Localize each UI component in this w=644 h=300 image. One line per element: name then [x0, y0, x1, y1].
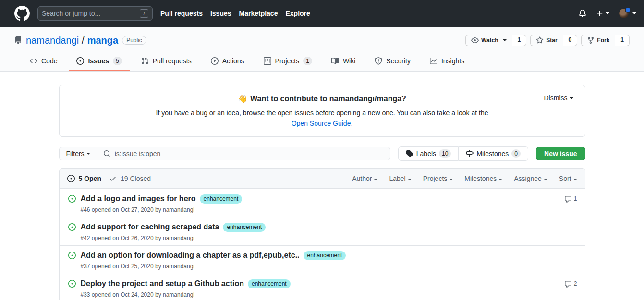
tab-security-label: Security [386, 57, 411, 65]
star-button[interactable]: Star [530, 35, 563, 46]
project-board-icon [264, 57, 271, 65]
shield-icon [375, 57, 382, 65]
tab-projects[interactable]: Projects 1 [256, 53, 320, 71]
tab-issues[interactable]: Issues 5 [69, 53, 129, 71]
fork-count[interactable]: 1 [615, 35, 630, 46]
author-caret-icon [374, 179, 377, 182]
issue-title-link[interactable]: Add a logo and images for hero [81, 193, 196, 204]
dismiss-button[interactable]: Dismiss [544, 94, 573, 102]
open-count-label: 5 Open [79, 175, 101, 182]
eye-icon [471, 36, 479, 44]
tab-issues-label: Issues [88, 57, 109, 65]
tab-code-label: Code [41, 57, 57, 65]
filters-dropdown-button[interactable]: Filters [59, 147, 97, 160]
star-count[interactable]: 0 [563, 35, 578, 46]
global-search-input[interactable]: Search or jump to... / [37, 6, 153, 21]
fork-button-group: Fork 1 [581, 35, 630, 46]
milestones-caret-icon [498, 179, 502, 182]
repo-name-link[interactable]: manga [87, 35, 118, 46]
visibility-badge: Public [122, 36, 146, 45]
issue-title-link[interactable]: Deploy the project and setup a Github ac… [81, 278, 244, 289]
banner-title: 👋Want to contribute to namandangi/manga? [67, 94, 577, 103]
issue-content: Add support for caching scraped data enh… [81, 221, 577, 241]
book-icon [331, 57, 339, 65]
code-icon [30, 57, 37, 65]
pull-request-icon [141, 57, 149, 65]
user-dropdown-caret-icon [632, 12, 636, 16]
issue-label-enhancement[interactable]: enhancement [200, 194, 243, 204]
tag-icon [406, 150, 413, 157]
new-issue-button[interactable]: New issue [536, 147, 585, 160]
issue-row: Deploy the project and setup a Github ac… [60, 274, 585, 300]
list-filter-dropdowns: Author Label Projects Milestones Assigne… [352, 175, 577, 182]
fork-label: Fork [597, 37, 609, 44]
tab-actions-label: Actions [222, 57, 244, 65]
watch-count[interactable]: 1 [512, 35, 527, 46]
issue-row: Add a logo and images for hero enhanceme… [60, 189, 585, 217]
star-button-group: Star 0 [530, 35, 577, 46]
label-dropdown[interactable]: Label [389, 175, 411, 182]
issue-open-icon [68, 280, 76, 298]
issue-meta: #46 opened on Oct 27, 2020 by namandangi [81, 206, 564, 213]
issues-list: 5 Open 19 Closed Author Label Projects M… [59, 168, 585, 300]
milestones-button[interactable]: Milestones 0 [458, 146, 528, 161]
fork-button[interactable]: Fork [581, 35, 615, 46]
tab-actions[interactable]: Actions [203, 53, 252, 71]
user-menu[interactable] [619, 9, 636, 18]
main-content: 👋Want to contribute to namandangi/manga?… [59, 72, 585, 300]
issue-open-icon [68, 252, 76, 270]
global-header: Search or jump to... / Pull requests Iss… [0, 0, 644, 27]
watch-caret-icon [503, 39, 507, 43]
star-icon [536, 36, 544, 44]
tab-insights[interactable]: Insights [422, 53, 472, 71]
issue-opened-icon [67, 175, 75, 182]
tab-wiki[interactable]: Wiki [324, 53, 363, 71]
issue-opened-icon [76, 57, 84, 65]
banner-body: If you have a bug or an idea, browse the… [149, 108, 495, 129]
labels-button[interactable]: Labels 10 [398, 146, 459, 161]
global-nav: Pull requests Issues Marketplace Explore [160, 10, 310, 17]
notifications-bell-icon[interactable] [579, 10, 586, 17]
milestone-icon [466, 150, 474, 157]
comment-count[interactable]: 2 [564, 280, 577, 298]
labels-count-badge: 10 [439, 149, 451, 158]
open-source-guide-link[interactable]: Open Source Guide. [292, 120, 353, 127]
watch-button[interactable]: Watch [465, 35, 512, 46]
dismiss-caret-icon [570, 97, 573, 101]
nav-marketplace[interactable]: Marketplace [239, 10, 278, 17]
projects-dropdown[interactable]: Projects [423, 175, 453, 182]
issue-meta: #42 opened on Oct 26, 2020 by namandangi [81, 235, 577, 241]
author-dropdown[interactable]: Author [352, 175, 377, 182]
sort-dropdown[interactable]: Sort [559, 175, 577, 182]
issue-search-group: Filters is:issue is:open [59, 147, 390, 160]
repo-title-row: namandangi / manga Public Watch 1 Star 0 [14, 35, 630, 46]
open-issues-toggle[interactable]: 5 Open [67, 175, 101, 182]
repo-header: namandangi / manga Public Watch 1 Star 0 [0, 27, 644, 72]
nav-explore[interactable]: Explore [285, 10, 310, 17]
issue-search-input[interactable]: is:issue is:open [97, 147, 390, 160]
issue-label-enhancement[interactable]: enhancement [248, 279, 291, 288]
tab-code[interactable]: Code [22, 53, 65, 71]
tab-security[interactable]: Security [367, 53, 418, 71]
wave-emoji-icon: 👋 [238, 95, 247, 103]
star-label: Star [546, 37, 557, 44]
github-logo-icon[interactable] [14, 6, 30, 21]
nav-pull-requests[interactable]: Pull requests [160, 10, 203, 17]
issue-title-link[interactable]: Add an option for downloading a chapter … [81, 250, 300, 261]
milestones-dropdown[interactable]: Milestones [464, 175, 502, 182]
create-new-plus-icon[interactable] [596, 10, 609, 17]
comment-count[interactable]: 1 [564, 195, 577, 213]
tab-projects-label: Projects [275, 57, 300, 65]
issue-label-enhancement[interactable]: enhancement [223, 223, 266, 232]
tab-pull-requests[interactable]: Pull requests [134, 53, 199, 71]
issue-content: Add an option for downloading a chapter … [81, 250, 577, 270]
issue-label-enhancement[interactable]: enhancement [304, 251, 346, 260]
closed-issues-toggle[interactable]: 19 Closed [109, 175, 151, 182]
nav-issues[interactable]: Issues [210, 10, 231, 17]
issue-open-icon [68, 195, 76, 213]
repo-owner-link[interactable]: namandangi [26, 35, 79, 46]
closed-count-label: 19 Closed [121, 175, 151, 182]
comment-count-value: 1 [574, 195, 577, 202]
assignee-dropdown[interactable]: Assignee [514, 175, 547, 182]
issue-title-link[interactable]: Add support for caching scraped data [81, 221, 219, 233]
